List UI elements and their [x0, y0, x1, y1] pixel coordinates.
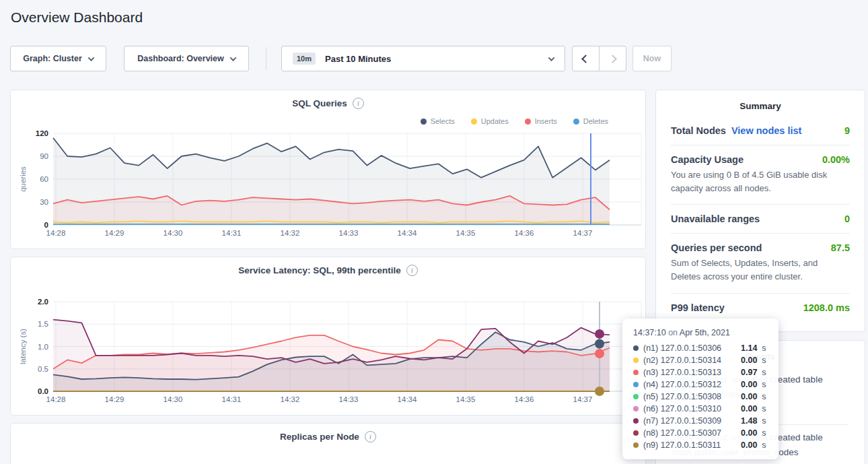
tooltip-node-row: (n2) 127.0.0.1:503140.00s	[633, 354, 768, 366]
y-axis-title: latency (s)	[19, 329, 27, 364]
total-nodes-label: Total Nodes	[671, 125, 726, 136]
summary-row-total-nodes: Total Nodes View nodes list 9	[671, 117, 850, 145]
chevron-down-icon	[229, 55, 236, 61]
x-tick-label: 14:28	[46, 395, 66, 403]
legend-item-updates: Updates	[471, 117, 509, 125]
x-tick-label: 14:37	[573, 395, 593, 403]
tooltip-node-row: (n8) 127.0.0.1:503070.00s	[633, 427, 768, 439]
capacity-usage-value: 0.00%	[822, 154, 850, 165]
graph-dropdown[interactable]: Graph: Cluster	[10, 46, 106, 71]
x-tick-label: 14:36	[515, 395, 534, 403]
y-tick-label: 1.5	[38, 320, 48, 328]
hover-dot	[595, 349, 604, 358]
x-tick-label: 14:36	[515, 229, 534, 237]
time-range-picker[interactable]: 10m Past 10 Minutes	[281, 46, 565, 71]
info-icon[interactable]: i	[365, 431, 376, 442]
tooltip-node-row: (n7) 127.0.0.1:503091.48s	[633, 415, 768, 427]
capacity-usage-desc: You are using 0 B of 4.5 GiB usable disk…	[671, 168, 850, 195]
x-tick-label: 14:33	[339, 229, 359, 237]
tooltip-node-row: (n1) 127.0.0.1:503061.14s	[633, 342, 768, 354]
dashboard-dropdown[interactable]: Dashboard: Overview	[124, 46, 249, 71]
x-tick-label: 14:32	[281, 229, 300, 237]
node-color-dot	[633, 370, 639, 375]
tooltip-rows: (n1) 127.0.0.1:503061.14s(n2) 127.0.0.1:…	[633, 342, 768, 451]
qps-value: 87.5	[831, 242, 850, 253]
y-tick-label: 2.0	[38, 298, 48, 306]
tooltip-timestamp: 14:37:10 on Apr 5th, 2021	[633, 328, 768, 337]
chevron-left-icon	[581, 55, 590, 63]
hover-dot	[595, 387, 604, 396]
service-latency-chart[interactable]: 0.00.51.01.52.014:2814:2914:3014:3114:32…	[11, 257, 645, 418]
tooltip-node-row: (n6) 127.0.0.1:503100.00s	[633, 403, 768, 415]
sql-queries-legend: SelectsUpdatesInsertsDeletes	[421, 117, 608, 125]
x-tick-label: 14:30	[164, 395, 183, 403]
node-color-dot	[633, 430, 639, 436]
y-tick-label: 30	[40, 198, 48, 206]
sql-queries-card: 030609012014:2814:2914:3014:3114:3214:33…	[10, 90, 646, 249]
chevron-down-icon	[87, 55, 94, 61]
x-tick-label: 14:31	[222, 229, 242, 237]
legend-item-inserts: Inserts	[525, 117, 557, 125]
x-tick-label: 14:29	[105, 229, 124, 237]
time-range-badge: 10m	[293, 53, 316, 65]
node-color-dot	[633, 345, 639, 351]
replicas-per-node-card: Replicas per Node i	[10, 423, 646, 464]
replicas-per-node-title: Replicas per Node	[280, 432, 359, 442]
x-tick-label: 14:37	[573, 229, 593, 237]
summary-panel: Summary Total Nodes View nodes list 9 Ca…	[655, 90, 865, 332]
x-tick-label: 14:35	[456, 395, 476, 403]
x-tick-label: 14:33	[339, 395, 359, 403]
p99-latency-value: 1208.0 ms	[803, 302, 850, 313]
graph-dropdown-label: Graph: Cluster	[23, 54, 82, 63]
x-tick-label: 14:28	[46, 229, 66, 237]
node-color-dot	[633, 382, 639, 387]
y-tick-label: 90	[40, 152, 48, 160]
dashboard-dropdown-label: Dashboard: Overview	[137, 54, 224, 63]
y-tick-label: 0.5	[38, 365, 48, 373]
x-tick-label: 14:32	[281, 395, 300, 403]
view-nodes-list-link[interactable]: View nodes list	[731, 125, 802, 136]
y-tick-label: 120	[36, 129, 48, 137]
qps-desc: Sum of Selects, Updates, Inserts, and De…	[671, 257, 850, 284]
page-title: Overview Dashboard	[11, 9, 143, 26]
tooltip-node-row: (n3) 127.0.0.1:503130.97s	[633, 366, 768, 378]
legend-item-selects: Selects	[421, 117, 455, 125]
legend-item-deletes: Deletes	[573, 117, 608, 125]
now-button[interactable]: Now	[632, 46, 672, 71]
summary-row-unavailable-ranges: Unavailable ranges 0	[671, 204, 850, 233]
unavailable-ranges-label: Unavailable ranges	[671, 213, 760, 224]
y-tick-label: 1.0	[38, 343, 48, 351]
info-icon[interactable]: i	[353, 98, 364, 109]
service-latency-title: Service Latency: SQL, 99th percentile	[238, 265, 401, 275]
info-icon[interactable]: i	[406, 265, 418, 276]
chevron-right-icon	[608, 55, 617, 63]
chart-canvas[interactable]: 030609012014:2814:2914:3014:3114:3214:33…	[11, 90, 645, 248]
y-tick-label: 0.0	[38, 387, 48, 395]
legend-dot	[525, 119, 531, 125]
node-color-dot	[633, 442, 639, 448]
legend-dot	[471, 119, 477, 125]
y-tick-label: 0	[44, 221, 48, 229]
time-range-label: Past 10 Minutes	[325, 54, 391, 64]
node-color-dot	[633, 418, 639, 424]
summary-row-qps: Queries per second 87.5 Sum of Selects, …	[671, 233, 850, 292]
prev-range-button[interactable]	[572, 46, 600, 71]
overview-dashboard-page: Overview Dashboard Graph: Cluster Dashbo…	[0, 0, 868, 464]
total-nodes-value: 9	[844, 125, 850, 136]
x-tick-label: 14:31	[222, 395, 242, 403]
x-tick-label: 14:34	[398, 229, 417, 237]
summary-heading: Summary	[656, 90, 865, 117]
tooltip-node-row: (n4) 127.0.0.1:503120.00s	[633, 378, 768, 391]
y-tick-label: 60	[40, 175, 48, 183]
next-range-button[interactable]	[599, 46, 626, 71]
now-button-label: Now	[643, 54, 661, 63]
node-color-dot	[633, 394, 639, 399]
chart-canvas[interactable]: 0.00.51.01.52.014:2814:2914:3014:3114:32…	[11, 257, 645, 415]
x-tick-label: 14:35	[456, 229, 476, 237]
sql-queries-chart[interactable]: 030609012014:2814:2914:3014:3114:3214:33…	[11, 90, 645, 251]
y-axis-title: queries	[19, 166, 27, 192]
summary-row-capacity: Capacity Usage 0.00% You are using 0 B o…	[671, 145, 850, 204]
tooltip-node-row: (n5) 127.0.0.1:503080.00s	[633, 391, 768, 403]
summary-row-p99: P99 latency 1208.0 ms	[671, 293, 850, 322]
chart-tooltip: 14:37:10 on Apr 5th, 2021 (n1) 127.0.0.1…	[622, 319, 779, 459]
